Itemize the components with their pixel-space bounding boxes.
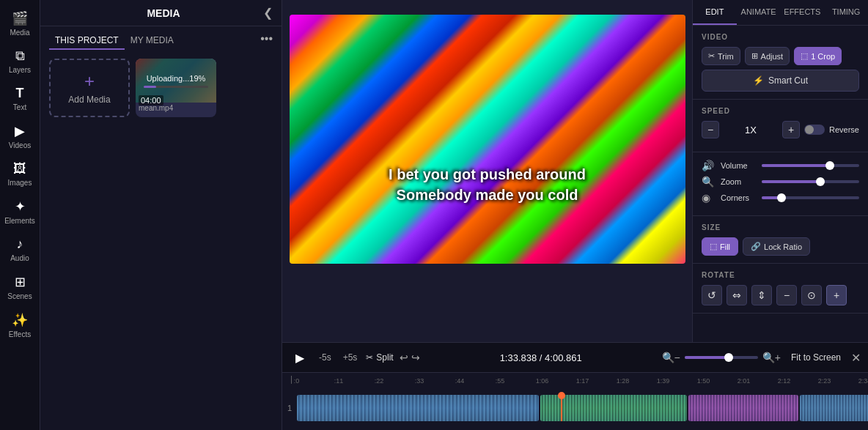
sidebar-item-scenes[interactable]: ⊞ Scenes: [2, 270, 37, 305]
sidebar-item-media[interactable]: 🎬 Media: [2, 6, 37, 41]
reverse-toggle[interactable]: [804, 125, 825, 135]
timecode-display: 1:33.838 / 4:00.861: [426, 352, 656, 363]
tab-animate[interactable]: ANIMATE: [737, 0, 781, 25]
sidebar-item-label: Scenes: [7, 292, 32, 300]
trim-button[interactable]: ✂ Trim: [702, 47, 740, 65]
media-panel: MEDIA ❮ THIS PROJECT MY MEDIA ••• + Add …: [40, 0, 282, 430]
sidebar-item-label: Elements: [4, 217, 35, 225]
track-clip-1[interactable]: [297, 395, 539, 421]
split-icon: ✂: [366, 352, 373, 363]
media-panel-header: MEDIA ❮: [40, 0, 282, 26]
sidebar-item-label: Layers: [9, 66, 31, 74]
waveform-1: [297, 395, 539, 421]
volume-row: 🔊 Volume: [702, 160, 859, 171]
media-grid: + Add Media Uploading...19% 04:00 mean.m…: [40, 50, 282, 126]
zoom-thumb-timeline[interactable]: [724, 353, 733, 362]
tab-my-media[interactable]: MY MEDIA: [125, 32, 180, 50]
sidebar-item-layers[interactable]: ⧉ Layers: [2, 44, 37, 78]
add-media-box[interactable]: + Add Media: [49, 59, 130, 117]
flip-h-button[interactable]: ⇔: [727, 285, 747, 305]
rotate-ccw-button[interactable]: ↺: [702, 285, 722, 305]
ruler-mark-1: :11: [334, 373, 375, 386]
track-clip-3[interactable]: [688, 395, 798, 421]
play-button[interactable]: ▶: [290, 347, 310, 368]
fit-to-screen-button[interactable]: Fit to Screen: [787, 351, 845, 364]
tab-timing[interactable]: TIMING: [824, 0, 868, 25]
zoom-label: Zoom: [721, 177, 757, 186]
trim-icon: ✂: [708, 51, 715, 61]
ruler-mark-4: :44: [455, 373, 496, 386]
playhead[interactable]: [561, 395, 562, 421]
left-sidebar: 🎬 Media ⧉ Layers T Text ▶ Videos 🖼 Image…: [0, 0, 40, 430]
ruler-mark-0: :0: [294, 373, 334, 386]
rotate-reset-button[interactable]: ⊙: [801, 285, 822, 305]
sidebar-item-images[interactable]: 🖼 Images: [2, 157, 37, 191]
sliders-section: 🔊 Volume 🔍 Zoom: [693, 152, 868, 216]
speed-section-title: SPEED: [702, 107, 859, 115]
waveform-3: [688, 395, 798, 421]
add-icon: +: [84, 71, 95, 92]
corners-slider[interactable]: [762, 196, 859, 199]
sidebar-item-effects[interactable]: ✨ Effects: [2, 308, 37, 343]
lock-ratio-button[interactable]: 🔗 Lock Ratio: [743, 237, 810, 256]
sidebar-item-label: Audio: [10, 254, 29, 262]
zoom-in-button[interactable]: 🔍+: [762, 352, 781, 363]
smart-cut-button[interactable]: ⚡ Smart Cut: [702, 70, 859, 92]
tab-edit[interactable]: EDIT: [693, 0, 737, 25]
size-buttons: ⬚ Fill 🔗 Lock Ratio: [702, 237, 859, 256]
zoom-slider[interactable]: [762, 180, 859, 183]
sidebar-item-text[interactable]: T Text: [2, 81, 37, 116]
zoom-thumb[interactable]: [816, 177, 825, 186]
upload-bar-fill: [144, 86, 156, 88]
sidebar-item-elements[interactable]: ✦ Elements: [2, 194, 37, 229]
elements-icon: ✦: [15, 199, 26, 215]
media-duration: 04:00: [139, 95, 163, 105]
fill-label: Fill: [720, 242, 730, 251]
close-timeline-button[interactable]: ✕: [851, 351, 861, 365]
ruler-mark-12: 2:12: [778, 373, 818, 386]
sidebar-item-videos[interactable]: ▶ Videos: [2, 119, 37, 154]
volume-thumb[interactable]: [825, 161, 834, 170]
minus5-button[interactable]: -5s: [316, 351, 334, 364]
zoom-controls: 🔍− 🔍+: [662, 352, 781, 363]
rotate-plus-button[interactable]: +: [826, 285, 847, 305]
timeline-controls: ▶ -5s +5s ✂ Split ↩ ↪ 1:33.838 / 4:00.86…: [282, 343, 868, 373]
fill-button[interactable]: ⬚ Fill: [702, 237, 738, 256]
sidebar-item-audio[interactable]: ♪ Audio: [2, 232, 37, 267]
ruler-mark-7: 1:17: [576, 373, 617, 386]
layers-icon: ⧉: [15, 48, 25, 64]
subtitle-line1: I bet you got pushed around: [389, 166, 586, 182]
split-button[interactable]: ✂ Split: [366, 352, 393, 363]
flip-v-button[interactable]: ⇕: [751, 285, 772, 305]
volume-slider[interactable]: [762, 164, 859, 167]
track-number: 1: [282, 404, 297, 412]
split-label: Split: [376, 352, 393, 363]
undo-button[interactable]: ↩: [400, 352, 408, 363]
collapse-button[interactable]: ❮: [263, 6, 273, 20]
ruler-mark-3: :33: [415, 373, 455, 386]
more-options-button[interactable]: •••: [260, 32, 273, 50]
tab-effects[interactable]: EFFECTS: [781, 0, 825, 25]
ruler-mark-14: 2:34: [858, 373, 868, 386]
rotate-minus-button[interactable]: −: [776, 285, 797, 305]
speed-increase-button[interactable]: +: [782, 121, 800, 138]
speed-decrease-button[interactable]: −: [702, 121, 719, 138]
timeline-ruler: │ :0 :11 :22 :33 :44 :55 1:06 1:17 1:28 …: [282, 373, 868, 386]
right-tabs: EDIT ANIMATE EFFECTS TIMING: [693, 0, 868, 26]
video-canvas[interactable]: I bet you got pushed around Somebody mad…: [290, 15, 685, 264]
video-background: [290, 15, 685, 264]
zoom-out-button[interactable]: 🔍−: [662, 352, 680, 363]
crop-button[interactable]: ⬚ 1 Crop: [794, 47, 842, 65]
plus5-button[interactable]: +5s: [340, 351, 361, 364]
tab-this-project[interactable]: THIS PROJECT: [49, 32, 125, 50]
zoom-slider-timeline[interactable]: [685, 356, 758, 359]
track-clip-4[interactable]: [800, 395, 868, 421]
corners-thumb[interactable]: [777, 193, 786, 202]
zoom-fill-timeline: [685, 356, 729, 359]
media-tabs: THIS PROJECT MY MEDIA •••: [40, 26, 282, 50]
reverse-label: Reverse: [829, 125, 859, 134]
redo-button[interactable]: ↪: [411, 352, 420, 363]
media-thumbnail[interactable]: Uploading...19% 04:00 mean.mp4: [136, 59, 216, 117]
adjust-button[interactable]: ⊞ Adjust: [745, 47, 790, 65]
adjust-icon: ⊞: [751, 51, 758, 61]
